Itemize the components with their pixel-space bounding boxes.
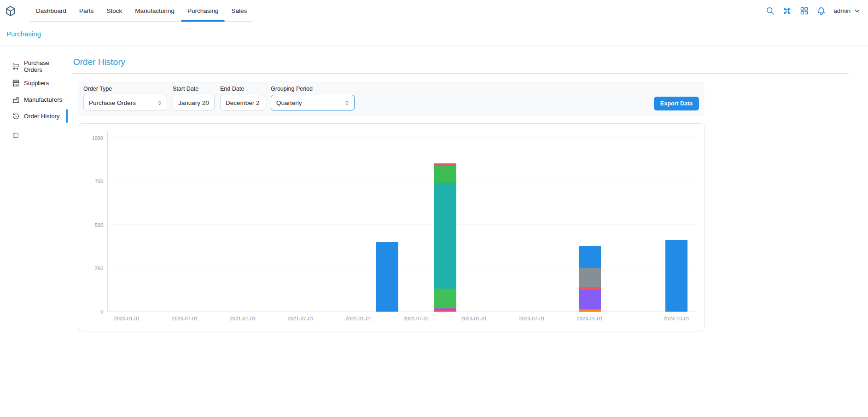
x-axis-tick-label: 2023-07-01 xyxy=(519,316,545,321)
nav-tab-dashboard[interactable]: Dashboard xyxy=(29,0,73,21)
bar-segment[interactable] xyxy=(579,290,601,309)
bar-segment[interactable] xyxy=(376,242,398,312)
chart-plot: 025050075010002020-01-012020-07-012021-0… xyxy=(107,131,696,312)
sidebar-item-label: Suppliers xyxy=(24,80,49,87)
purchasing-sidebar: Purchase Orders Suppliers Manufacturers xyxy=(0,46,67,417)
grouping-period-select[interactable]: Quarterly xyxy=(271,95,355,110)
grouping-period-filter: Grouping Period Quarterly xyxy=(271,86,355,110)
order-type-value: Purchase Orders xyxy=(89,99,136,106)
bar-segment[interactable] xyxy=(579,309,601,312)
y-axis-tick-label: 0 xyxy=(100,309,103,314)
grouping-period-label: Grouping Period xyxy=(271,86,355,92)
nav-tab-purchasing[interactable]: Purchasing xyxy=(181,0,225,21)
stacked-bar-2022-10-01[interactable] xyxy=(434,163,456,312)
sidebar-item-purchase-orders[interactable]: Purchase Orders xyxy=(0,58,67,75)
sidebar-item-label: Manufacturers xyxy=(24,96,62,103)
navbar-actions: admin xyxy=(765,0,861,22)
y-gridline xyxy=(108,138,696,138)
x-axis-tick-label: 2022-01-01 xyxy=(345,316,371,321)
grouping-period-value: Quarterly xyxy=(276,99,302,106)
user-menu[interactable]: admin xyxy=(833,7,861,14)
order-type-label: Order Type xyxy=(83,86,167,92)
x-axis-tick-label: 2021-01-01 xyxy=(230,316,256,321)
sidebar-item-label: Purchase Orders xyxy=(24,59,67,73)
x-axis-tick-label: 2021-07-01 xyxy=(288,316,314,321)
bar-segment[interactable] xyxy=(579,287,601,290)
stacked-bar-2022-04-01[interactable] xyxy=(376,242,398,312)
storefront-icon xyxy=(12,79,20,87)
select-chevrons-icon xyxy=(156,99,163,106)
x-axis-tick-label: 2024-10-01 xyxy=(664,316,689,321)
nav-tab-parts[interactable]: Parts xyxy=(73,0,100,21)
order-history-chart-panel: 025050075010002020-01-012020-07-012021-0… xyxy=(78,123,705,331)
start-date-filter: Start Date xyxy=(173,86,215,110)
breadcrumb[interactable]: Purchasing xyxy=(6,30,41,38)
main-nav-tabs: Dashboard Parts Stock Manufacturing Purc… xyxy=(29,0,253,22)
end-date-input[interactable] xyxy=(220,95,265,110)
nav-tab-sales[interactable]: Sales xyxy=(225,0,253,21)
order-type-select[interactable]: Purchase Orders xyxy=(83,95,167,110)
sidebar-item-manufacturers[interactable]: Manufacturers xyxy=(0,91,67,108)
x-axis-tick-label: 2024-01-01 xyxy=(577,316,603,321)
filter-panel: Order Type Purchase Orders Start Date En… xyxy=(78,81,705,116)
top-navbar: Dashboard Parts Stock Manufacturing Purc… xyxy=(0,0,868,22)
x-axis-tick-label: 2022-07-01 xyxy=(403,316,429,321)
y-axis-tick-label: 1000 xyxy=(92,135,103,141)
sidebar-item-label: Order History xyxy=(24,113,59,120)
username: admin xyxy=(833,7,851,14)
shopping-cart-icon xyxy=(12,63,20,70)
stacked-bar-2024-01-01[interactable] xyxy=(579,246,601,312)
x-axis-tick-label: 2020-07-01 xyxy=(172,316,198,321)
history-clock-icon xyxy=(12,112,20,120)
sidebar-toggle-icon[interactable] xyxy=(12,132,19,139)
bar-segment[interactable] xyxy=(665,240,687,312)
bar-segment[interactable] xyxy=(434,183,456,289)
order-history-page: Order History Order Type Purchase Orders… xyxy=(67,46,868,417)
y-axis-tick-label: 500 xyxy=(95,222,103,228)
end-date-label: End Date xyxy=(220,86,265,92)
y-gridline xyxy=(108,225,696,225)
y-axis-tick-label: 250 xyxy=(95,266,103,271)
bar-segment[interactable] xyxy=(434,289,456,308)
start-date-label: Start Date xyxy=(173,86,215,92)
nav-tab-manufacturing[interactable]: Manufacturing xyxy=(128,0,181,21)
stacked-bar-2024-10-01[interactable] xyxy=(665,240,687,312)
breadcrumb-bar: Purchasing xyxy=(0,22,868,46)
sidebar-item-suppliers[interactable]: Suppliers xyxy=(0,75,67,91)
notifications-bell-icon[interactable] xyxy=(816,6,826,16)
y-gridline xyxy=(108,131,696,131)
y-gridline xyxy=(108,268,696,268)
x-axis-tick-label: 2023-01-01 xyxy=(461,316,487,321)
bar-segment[interactable] xyxy=(434,310,456,312)
page-title: Order History xyxy=(73,57,849,67)
select-chevrons-icon xyxy=(344,99,350,106)
start-date-input[interactable] xyxy=(173,95,215,110)
factory-icon xyxy=(12,96,20,104)
bar-segment[interactable] xyxy=(579,268,601,287)
nav-tab-stock[interactable]: Stock xyxy=(100,0,129,21)
bar-segment[interactable] xyxy=(579,246,601,268)
title-divider xyxy=(72,73,849,74)
page-content: Purchase Orders Suppliers Manufacturers xyxy=(0,46,868,417)
command-palette-icon[interactable] xyxy=(782,6,792,16)
x-axis-tick-label: 2020-01-01 xyxy=(114,316,140,321)
barcode-scan-icon[interactable] xyxy=(799,6,809,16)
end-date-filter: End Date xyxy=(220,86,265,110)
search-icon[interactable] xyxy=(765,6,775,16)
chevron-down-icon xyxy=(854,7,861,14)
app-logo[interactable] xyxy=(5,0,17,22)
bar-segment[interactable] xyxy=(434,166,456,183)
export-data-button[interactable]: Export Data xyxy=(654,97,699,110)
order-type-filter: Order Type Purchase Orders xyxy=(83,86,167,110)
app-logo-icon xyxy=(5,5,17,17)
sidebar-item-order-history[interactable]: Order History xyxy=(0,108,67,124)
y-gridline xyxy=(108,181,696,181)
y-axis-tick-label: 750 xyxy=(95,179,103,184)
